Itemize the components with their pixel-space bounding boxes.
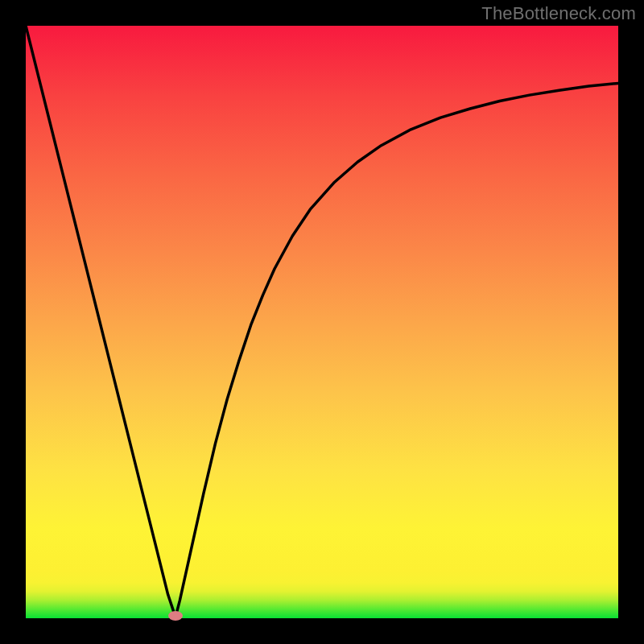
bottleneck-curve	[26, 26, 618, 618]
chart-frame: TheBottleneck.com	[0, 0, 644, 644]
plot-area	[26, 26, 618, 618]
watermark-text: TheBottleneck.com	[481, 3, 636, 24]
optimum-marker	[168, 611, 183, 621]
